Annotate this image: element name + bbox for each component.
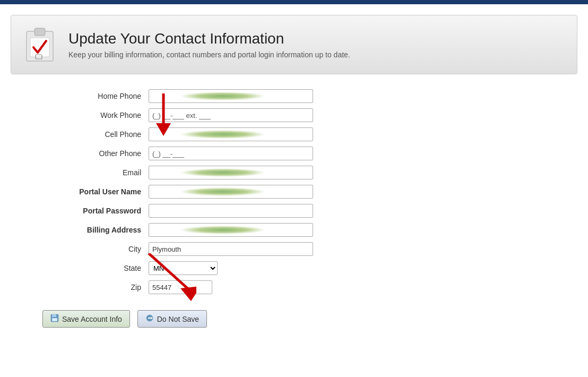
svg-rect-3	[34, 28, 45, 36]
zip-row: Zip	[42, 280, 577, 294]
clipboard-icon	[24, 26, 56, 63]
state-row: State MNALAKAZARCACOCTDEFLGAHIIDILINIAKS…	[42, 261, 577, 275]
email-label: Email	[42, 168, 149, 177]
other-phone-row: Other Phone	[42, 147, 577, 160]
other-phone-input[interactable]	[149, 147, 313, 160]
home-phone-row: Home Phone	[42, 89, 577, 103]
portal-username-input[interactable]	[149, 185, 313, 199]
nosave-icon	[145, 314, 154, 324]
portal-username-row: Portal User Name	[42, 185, 577, 199]
email-input[interactable]	[149, 166, 313, 179]
portal-password-label: Portal Password	[42, 207, 149, 215]
home-phone-label: Home Phone	[42, 92, 149, 100]
email-row: Email	[42, 166, 577, 179]
contact-form: Home Phone Work Phone Cell Phone Other P…	[42, 89, 577, 294]
billing-address-label: Billing Address	[42, 226, 149, 234]
save-button[interactable]: Save Account Info	[42, 310, 130, 328]
arrow-indicator-1	[154, 93, 173, 136]
portal-username-label: Portal User Name	[42, 187, 149, 196]
svg-marker-7	[180, 286, 196, 301]
page-title: Update Your Contact Information	[68, 30, 350, 47]
svg-rect-10	[52, 318, 57, 321]
billing-address-row: Billing Address	[42, 223, 577, 237]
work-phone-label: Work Phone	[42, 111, 149, 119]
header-text: Update Your Contact Information Keep you…	[68, 30, 350, 59]
other-phone-label: Other Phone	[42, 149, 149, 158]
arrow-indicator-2	[143, 253, 196, 301]
page-container: Update Your Contact Information Keep you…	[0, 4, 588, 338]
do-not-save-button[interactable]: Do Not Save	[137, 310, 207, 328]
state-label: State	[42, 264, 149, 272]
top-bar	[0, 0, 588, 4]
header-section: Update Your Contact Information Keep you…	[11, 15, 577, 74]
city-row: City	[42, 242, 577, 256]
cell-phone-input[interactable]	[149, 127, 313, 141]
home-phone-input[interactable]	[149, 89, 313, 103]
portal-password-row: Portal Password	[42, 204, 577, 218]
buttons-section: Save Account Info Do Not Save	[42, 310, 577, 328]
svg-line-6	[149, 253, 191, 292]
cell-phone-label: Cell Phone	[42, 130, 149, 139]
cell-phone-row: Cell Phone	[42, 127, 577, 141]
save-icon	[50, 314, 59, 324]
svg-rect-9	[52, 314, 56, 317]
work-phone-input[interactable]	[149, 108, 313, 122]
portal-password-input[interactable]	[149, 204, 313, 218]
page-subtitle: Keep your billing information, contact n…	[68, 50, 350, 59]
svg-marker-1	[156, 123, 171, 136]
billing-address-input[interactable]	[149, 223, 313, 237]
work-phone-row: Work Phone	[42, 108, 577, 122]
save-button-label: Save Account Info	[62, 315, 122, 323]
zip-label: Zip	[42, 283, 149, 292]
do-not-save-button-label: Do Not Save	[157, 315, 199, 323]
city-label: City	[42, 245, 149, 253]
